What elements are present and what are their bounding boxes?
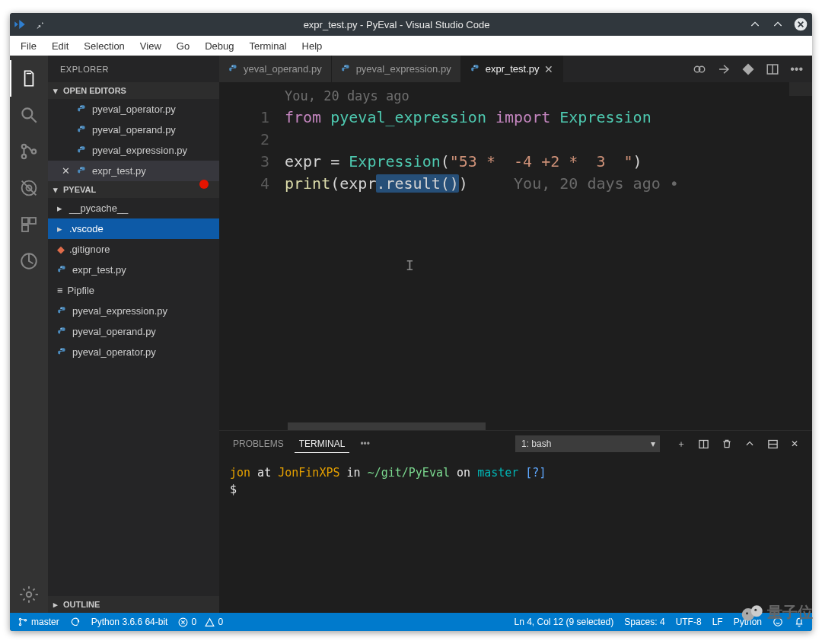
open-editor-item[interactable]: ✕pyeval_expression.py [48, 140, 219, 161]
menu-terminal[interactable]: Terminal [243, 39, 292, 53]
scm-icon[interactable] [10, 133, 48, 170]
editor-tab[interactable]: pyeval_expression.py [332, 56, 461, 82]
compare-icon[interactable] [693, 62, 706, 76]
status-eol[interactable]: LF [712, 617, 723, 627]
code-line[interactable] [285, 129, 812, 151]
menu-view[interactable]: View [134, 39, 167, 53]
diff-icon[interactable] [741, 62, 755, 76]
editor-tabs: yeval_operand.pypyeval_expression.pyexpr… [219, 56, 812, 82]
tree-file[interactable]: ≡Pipfile [48, 280, 219, 301]
panel-tab-problems[interactable]: PROBLEMS [228, 435, 288, 452]
open-editor-label: expr_test.py [92, 165, 146, 177]
status-position[interactable]: Ln 4, Col 12 (9 selected) [515, 617, 614, 627]
open-editor-item[interactable]: ✕pyeval_operator.py [48, 99, 219, 120]
close-window-button[interactable] [789, 13, 812, 36]
panel-more-icon[interactable]: ••• [355, 435, 374, 452]
minimap[interactable] [789, 82, 812, 422]
settings-gear-icon[interactable] [10, 576, 48, 613]
svg-point-36 [754, 608, 757, 611]
python-file-icon [77, 125, 88, 135]
project-header[interactable]: ▾ PYEVAL [48, 181, 219, 198]
status-branch[interactable]: master [18, 617, 59, 627]
sidebar-title: EXPLORER [48, 56, 219, 82]
open-editors-header[interactable]: ▾ OPEN EDITORS [48, 82, 219, 99]
editor-tab[interactable]: expr_test.py✕ [461, 56, 563, 82]
code-editor[interactable]: 1234 You, 20 days ago from pyeval_expres… [219, 82, 812, 422]
watermark: 量子位 [741, 602, 813, 623]
tab-label: pyeval_expression.py [356, 63, 451, 75]
status-problems[interactable]: 0 0 [178, 617, 223, 627]
gitlens-blame: You, 20 days ago [285, 88, 812, 107]
split-terminal-icon[interactable] [698, 438, 709, 450]
menu-edit[interactable]: Edit [46, 39, 75, 53]
panel-tab-terminal[interactable]: TERMINAL [295, 435, 350, 453]
term-host: JonFinXPS [278, 466, 339, 480]
terminal-selector[interactable]: 1: bash [515, 435, 660, 452]
python-file-icon [228, 64, 239, 75]
python-file-icon [57, 347, 68, 358]
menu-selection[interactable]: Selection [78, 39, 130, 53]
python-file-icon [57, 327, 68, 337]
horizontal-scrollbar[interactable] [219, 422, 812, 430]
new-terminal-icon[interactable]: ＋ [677, 438, 686, 451]
svg-rect-7 [22, 218, 28, 224]
tree-folder[interactable]: ▸__pycache__ [48, 198, 219, 218]
status-encoding[interactable]: UTF-8 [676, 617, 702, 627]
revision-icon[interactable] [717, 62, 731, 76]
tree-file[interactable]: ◆.gitignore [48, 239, 219, 260]
terminal-output[interactable]: jon at JonFinXPS in ~/git/PyEval on mast… [219, 457, 812, 613]
more-actions-icon[interactable]: ••• [790, 62, 803, 76]
menubar: File Edit Selection View Go Debug Termin… [10, 36, 812, 56]
python-file-icon [77, 145, 88, 156]
tree-label: .gitignore [69, 244, 110, 255]
text-cursor-icon: I [406, 257, 414, 273]
status-spaces[interactable]: Spaces: 4 [624, 617, 664, 627]
tree-label: pyeval_operand.py [72, 326, 156, 337]
close-panel-icon[interactable]: ✕ [791, 438, 798, 449]
search-icon[interactable] [10, 97, 48, 133]
status-python[interactable]: Python 3.6.6 64-bit [91, 617, 168, 627]
debug-icon[interactable] [10, 170, 48, 206]
code-line[interactable]: expr = Expression("53 * -4 +2 * 3 ") [285, 151, 812, 173]
menu-debug[interactable]: Debug [199, 39, 240, 53]
close-editor-icon[interactable]: ✕ [62, 165, 72, 177]
split-editor-icon[interactable] [766, 62, 779, 76]
svg-point-34 [751, 605, 763, 617]
menu-file[interactable]: File [14, 39, 43, 53]
maximize-panel-icon[interactable] [767, 438, 779, 450]
menu-help[interactable]: Help [296, 39, 329, 53]
panel: PROBLEMS TERMINAL ••• 1: bash ＋ ✕ [219, 430, 812, 613]
minimize-button[interactable] [744, 13, 766, 36]
tab-label: yeval_operand.py [244, 63, 322, 75]
svg-point-21 [344, 65, 345, 66]
explorer-icon[interactable] [10, 60, 48, 97]
extensions-icon[interactable] [10, 206, 48, 243]
editor-tab[interactable]: yeval_operand.py [219, 56, 332, 82]
tree-file[interactable]: pyeval_operator.py [48, 342, 219, 362]
tree-file[interactable]: expr_test.py [48, 260, 219, 280]
maximize-button[interactable] [766, 13, 789, 36]
panel-up-icon[interactable] [744, 438, 755, 449]
svg-point-28 [19, 618, 21, 620]
pin-icon[interactable] [30, 19, 49, 30]
status-sync-icon[interactable] [70, 617, 81, 627]
svg-point-19 [61, 349, 62, 349]
kill-terminal-icon[interactable] [722, 438, 732, 449]
tree-folder[interactable]: ▸.vscode [48, 218, 219, 239]
open-editor-item[interactable]: ✕expr_test.py [48, 161, 219, 181]
svg-point-2 [22, 145, 26, 148]
breakpoint-icon[interactable] [199, 180, 209, 189]
close-tab-icon[interactable]: ✕ [544, 63, 553, 75]
svg-point-15 [81, 167, 81, 168]
svg-point-20 [232, 65, 233, 66]
window-title: expr_test.py - PyEval - Visual Studio Co… [49, 19, 744, 30]
code-line[interactable]: from pyeval_expression import Expression [285, 107, 812, 129]
tree-file[interactable]: pyeval_expression.py [48, 301, 219, 321]
python-file-icon [341, 64, 352, 75]
tree-file[interactable]: pyeval_operand.py [48, 321, 219, 342]
code-line[interactable]: print(expr.result()) You, 20 days ago • [285, 173, 812, 195]
outline-header[interactable]: ▸ OUTLINE [48, 596, 219, 613]
menu-go[interactable]: Go [170, 39, 196, 53]
open-editor-item[interactable]: ✕pyeval_operand.py [48, 120, 219, 140]
gitlens-icon[interactable] [10, 243, 48, 279]
